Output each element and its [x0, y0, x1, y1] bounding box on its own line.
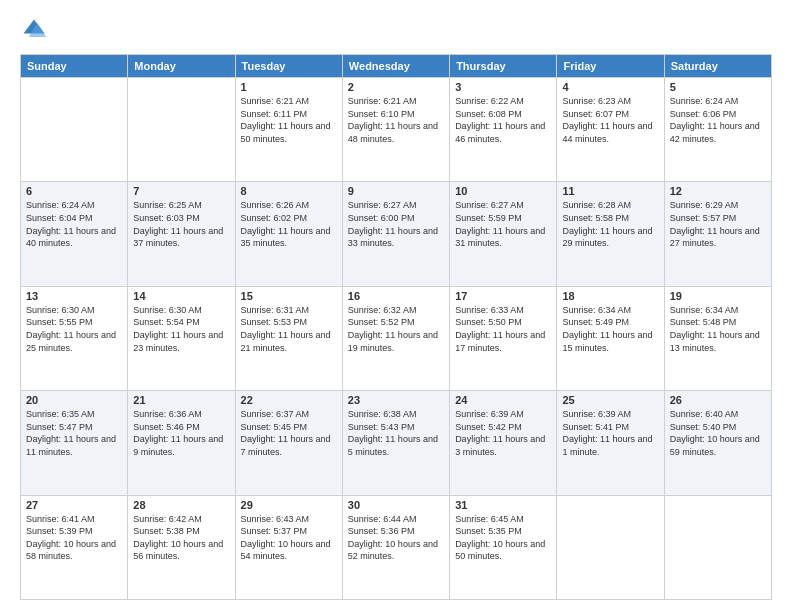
- calendar-cell: 16Sunrise: 6:32 AM Sunset: 5:52 PM Dayli…: [342, 286, 449, 390]
- calendar-week-4: 20Sunrise: 6:35 AM Sunset: 5:47 PM Dayli…: [21, 391, 772, 495]
- calendar-header-sunday: Sunday: [21, 55, 128, 78]
- calendar-cell: 7Sunrise: 6:25 AM Sunset: 6:03 PM Daylig…: [128, 182, 235, 286]
- calendar-header-row: SundayMondayTuesdayWednesdayThursdayFrid…: [21, 55, 772, 78]
- cell-info: Sunrise: 6:28 AM Sunset: 5:58 PM Dayligh…: [562, 199, 658, 249]
- calendar-cell: [21, 78, 128, 182]
- cell-info: Sunrise: 6:33 AM Sunset: 5:50 PM Dayligh…: [455, 304, 551, 354]
- day-number: 8: [241, 185, 337, 197]
- day-number: 25: [562, 394, 658, 406]
- cell-info: Sunrise: 6:30 AM Sunset: 5:55 PM Dayligh…: [26, 304, 122, 354]
- cell-info: Sunrise: 6:35 AM Sunset: 5:47 PM Dayligh…: [26, 408, 122, 458]
- day-number: 18: [562, 290, 658, 302]
- day-number: 7: [133, 185, 229, 197]
- calendar-cell: [557, 495, 664, 599]
- cell-info: Sunrise: 6:24 AM Sunset: 6:06 PM Dayligh…: [670, 95, 766, 145]
- calendar-cell: 18Sunrise: 6:34 AM Sunset: 5:49 PM Dayli…: [557, 286, 664, 390]
- calendar-cell: 2Sunrise: 6:21 AM Sunset: 6:10 PM Daylig…: [342, 78, 449, 182]
- cell-info: Sunrise: 6:25 AM Sunset: 6:03 PM Dayligh…: [133, 199, 229, 249]
- calendar-cell: 21Sunrise: 6:36 AM Sunset: 5:46 PM Dayli…: [128, 391, 235, 495]
- calendar-header-saturday: Saturday: [664, 55, 771, 78]
- cell-info: Sunrise: 6:45 AM Sunset: 5:35 PM Dayligh…: [455, 513, 551, 563]
- calendar-week-5: 27Sunrise: 6:41 AM Sunset: 5:39 PM Dayli…: [21, 495, 772, 599]
- day-number: 3: [455, 81, 551, 93]
- calendar-header-monday: Monday: [128, 55, 235, 78]
- calendar-cell: 28Sunrise: 6:42 AM Sunset: 5:38 PM Dayli…: [128, 495, 235, 599]
- cell-info: Sunrise: 6:38 AM Sunset: 5:43 PM Dayligh…: [348, 408, 444, 458]
- day-number: 12: [670, 185, 766, 197]
- calendar-header-thursday: Thursday: [450, 55, 557, 78]
- day-number: 14: [133, 290, 229, 302]
- cell-info: Sunrise: 6:32 AM Sunset: 5:52 PM Dayligh…: [348, 304, 444, 354]
- day-number: 10: [455, 185, 551, 197]
- day-number: 4: [562, 81, 658, 93]
- cell-info: Sunrise: 6:22 AM Sunset: 6:08 PM Dayligh…: [455, 95, 551, 145]
- cell-info: Sunrise: 6:26 AM Sunset: 6:02 PM Dayligh…: [241, 199, 337, 249]
- day-number: 21: [133, 394, 229, 406]
- calendar-cell: 9Sunrise: 6:27 AM Sunset: 6:00 PM Daylig…: [342, 182, 449, 286]
- calendar-header-friday: Friday: [557, 55, 664, 78]
- calendar-cell: 19Sunrise: 6:34 AM Sunset: 5:48 PM Dayli…: [664, 286, 771, 390]
- day-number: 30: [348, 499, 444, 511]
- day-number: 17: [455, 290, 551, 302]
- day-number: 15: [241, 290, 337, 302]
- day-number: 16: [348, 290, 444, 302]
- cell-info: Sunrise: 6:40 AM Sunset: 5:40 PM Dayligh…: [670, 408, 766, 458]
- day-number: 31: [455, 499, 551, 511]
- calendar-cell: 6Sunrise: 6:24 AM Sunset: 6:04 PM Daylig…: [21, 182, 128, 286]
- day-number: 27: [26, 499, 122, 511]
- cell-info: Sunrise: 6:27 AM Sunset: 5:59 PM Dayligh…: [455, 199, 551, 249]
- page: SundayMondayTuesdayWednesdayThursdayFrid…: [0, 0, 792, 612]
- calendar-table: SundayMondayTuesdayWednesdayThursdayFrid…: [20, 54, 772, 600]
- cell-info: Sunrise: 6:27 AM Sunset: 6:00 PM Dayligh…: [348, 199, 444, 249]
- calendar-cell: 5Sunrise: 6:24 AM Sunset: 6:06 PM Daylig…: [664, 78, 771, 182]
- calendar-week-1: 1Sunrise: 6:21 AM Sunset: 6:11 PM Daylig…: [21, 78, 772, 182]
- cell-info: Sunrise: 6:41 AM Sunset: 5:39 PM Dayligh…: [26, 513, 122, 563]
- cell-info: Sunrise: 6:44 AM Sunset: 5:36 PM Dayligh…: [348, 513, 444, 563]
- calendar-header-tuesday: Tuesday: [235, 55, 342, 78]
- day-number: 6: [26, 185, 122, 197]
- calendar-cell: 27Sunrise: 6:41 AM Sunset: 5:39 PM Dayli…: [21, 495, 128, 599]
- calendar-cell: 23Sunrise: 6:38 AM Sunset: 5:43 PM Dayli…: [342, 391, 449, 495]
- calendar-cell: 17Sunrise: 6:33 AM Sunset: 5:50 PM Dayli…: [450, 286, 557, 390]
- cell-info: Sunrise: 6:39 AM Sunset: 5:41 PM Dayligh…: [562, 408, 658, 458]
- calendar-cell: [128, 78, 235, 182]
- day-number: 28: [133, 499, 229, 511]
- cell-info: Sunrise: 6:24 AM Sunset: 6:04 PM Dayligh…: [26, 199, 122, 249]
- cell-info: Sunrise: 6:34 AM Sunset: 5:49 PM Dayligh…: [562, 304, 658, 354]
- calendar-cell: 8Sunrise: 6:26 AM Sunset: 6:02 PM Daylig…: [235, 182, 342, 286]
- day-number: 22: [241, 394, 337, 406]
- day-number: 19: [670, 290, 766, 302]
- calendar-cell: 15Sunrise: 6:31 AM Sunset: 5:53 PM Dayli…: [235, 286, 342, 390]
- calendar-cell: 1Sunrise: 6:21 AM Sunset: 6:11 PM Daylig…: [235, 78, 342, 182]
- cell-info: Sunrise: 6:36 AM Sunset: 5:46 PM Dayligh…: [133, 408, 229, 458]
- cell-info: Sunrise: 6:39 AM Sunset: 5:42 PM Dayligh…: [455, 408, 551, 458]
- calendar-cell: 10Sunrise: 6:27 AM Sunset: 5:59 PM Dayli…: [450, 182, 557, 286]
- cell-info: Sunrise: 6:23 AM Sunset: 6:07 PM Dayligh…: [562, 95, 658, 145]
- header: [20, 16, 772, 44]
- cell-info: Sunrise: 6:37 AM Sunset: 5:45 PM Dayligh…: [241, 408, 337, 458]
- day-number: 2: [348, 81, 444, 93]
- day-number: 26: [670, 394, 766, 406]
- calendar-cell: 12Sunrise: 6:29 AM Sunset: 5:57 PM Dayli…: [664, 182, 771, 286]
- day-number: 23: [348, 394, 444, 406]
- logo: [20, 16, 52, 44]
- calendar-cell: 24Sunrise: 6:39 AM Sunset: 5:42 PM Dayli…: [450, 391, 557, 495]
- cell-info: Sunrise: 6:21 AM Sunset: 6:11 PM Dayligh…: [241, 95, 337, 145]
- calendar-cell: 29Sunrise: 6:43 AM Sunset: 5:37 PM Dayli…: [235, 495, 342, 599]
- cell-info: Sunrise: 6:34 AM Sunset: 5:48 PM Dayligh…: [670, 304, 766, 354]
- calendar-cell: 4Sunrise: 6:23 AM Sunset: 6:07 PM Daylig…: [557, 78, 664, 182]
- calendar-header-wednesday: Wednesday: [342, 55, 449, 78]
- calendar-cell: 11Sunrise: 6:28 AM Sunset: 5:58 PM Dayli…: [557, 182, 664, 286]
- calendar-cell: 22Sunrise: 6:37 AM Sunset: 5:45 PM Dayli…: [235, 391, 342, 495]
- calendar-cell: 3Sunrise: 6:22 AM Sunset: 6:08 PM Daylig…: [450, 78, 557, 182]
- calendar-cell: 20Sunrise: 6:35 AM Sunset: 5:47 PM Dayli…: [21, 391, 128, 495]
- calendar-cell: 13Sunrise: 6:30 AM Sunset: 5:55 PM Dayli…: [21, 286, 128, 390]
- day-number: 24: [455, 394, 551, 406]
- day-number: 20: [26, 394, 122, 406]
- day-number: 29: [241, 499, 337, 511]
- calendar-cell: 30Sunrise: 6:44 AM Sunset: 5:36 PM Dayli…: [342, 495, 449, 599]
- day-number: 13: [26, 290, 122, 302]
- cell-info: Sunrise: 6:42 AM Sunset: 5:38 PM Dayligh…: [133, 513, 229, 563]
- cell-info: Sunrise: 6:43 AM Sunset: 5:37 PM Dayligh…: [241, 513, 337, 563]
- calendar-week-3: 13Sunrise: 6:30 AM Sunset: 5:55 PM Dayli…: [21, 286, 772, 390]
